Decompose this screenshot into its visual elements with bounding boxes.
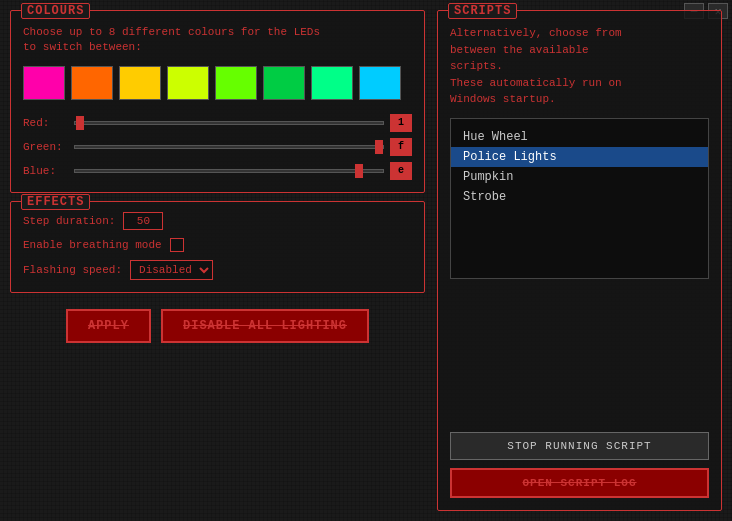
swatch-7[interactable]	[311, 66, 353, 100]
red-value: 1	[390, 114, 412, 132]
swatch-3[interactable]	[119, 66, 161, 100]
flashing-label: Flashing speed:	[23, 264, 122, 276]
left-panel: COLOURS Choose up to 8 different colours…	[10, 10, 425, 511]
script-item-hue-wheel[interactable]: Hue Wheel	[451, 127, 708, 147]
stop-script-button[interactable]: STOP RUNNING SCRIPT	[450, 432, 709, 460]
flashing-row: Flashing speed: Disabled Slow Medium Fas…	[23, 260, 412, 280]
step-duration-label: Step duration:	[23, 215, 115, 227]
colour-swatches	[23, 66, 412, 100]
red-slider-row: Red: 1	[23, 114, 412, 132]
swatch-8[interactable]	[359, 66, 401, 100]
blue-slider-container	[74, 163, 384, 179]
blue-slider-row: Blue: e	[23, 162, 412, 180]
green-value: f	[390, 138, 412, 156]
breathing-label: Enable breathing mode	[23, 239, 162, 251]
blue-slider[interactable]	[74, 169, 384, 173]
swatch-6[interactable]	[263, 66, 305, 100]
bottom-buttons: APPLY DISABLE ALL LIGHTING	[10, 301, 425, 343]
scripts-description: Alternatively, choose frombetween the av…	[450, 25, 709, 108]
scripts-section: SCRIPTS Alternatively, choose frombetwee…	[437, 10, 722, 511]
colour-sliders: Red: 1 Green: f Blue:	[23, 114, 412, 180]
swatch-2[interactable]	[71, 66, 113, 100]
swatch-1[interactable]	[23, 66, 65, 100]
script-item-police-lights[interactable]: Police Lights	[451, 147, 708, 167]
main-container: COLOURS Choose up to 8 different colours…	[10, 10, 722, 511]
effects-section: EFFECTS Step duration: Enable breathing …	[10, 201, 425, 293]
right-panel: SCRIPTS Alternatively, choose frombetwee…	[437, 10, 722, 511]
blue-value: e	[390, 162, 412, 180]
green-slider-container	[74, 139, 384, 155]
swatch-4[interactable]	[167, 66, 209, 100]
disable-all-button[interactable]: DISABLE ALL LIGHTING	[161, 309, 369, 343]
script-item-strobe[interactable]: Strobe	[451, 187, 708, 207]
scripts-title: SCRIPTS	[448, 3, 517, 19]
open-log-button[interactable]: OPEN SCRIPT LOG	[450, 468, 709, 498]
swatch-5[interactable]	[215, 66, 257, 100]
colours-title: COLOURS	[21, 3, 90, 19]
breathing-row: Enable breathing mode	[23, 238, 412, 252]
red-label: Red:	[23, 117, 68, 129]
script-buttons: STOP RUNNING SCRIPT OPEN SCRIPT LOG	[450, 432, 709, 498]
step-duration-input[interactable]	[123, 212, 163, 230]
breathing-checkbox[interactable]	[170, 238, 184, 252]
green-label: Green:	[23, 141, 68, 153]
apply-button[interactable]: APPLY	[66, 309, 151, 343]
green-slider[interactable]	[74, 145, 384, 149]
colours-section: COLOURS Choose up to 8 different colours…	[10, 10, 425, 193]
effects-title: EFFECTS	[21, 194, 90, 210]
flashing-select[interactable]: Disabled Slow Medium Fast	[130, 260, 213, 280]
step-duration-row: Step duration:	[23, 212, 412, 230]
green-slider-row: Green: f	[23, 138, 412, 156]
red-slider[interactable]	[74, 121, 384, 125]
script-item-pumpkin[interactable]: Pumpkin	[451, 167, 708, 187]
blue-label: Blue:	[23, 165, 68, 177]
scripts-list: Hue Wheel Police Lights Pumpkin Strobe	[450, 118, 709, 279]
red-slider-container	[74, 115, 384, 131]
colours-description: Choose up to 8 different colours for the…	[23, 25, 412, 56]
